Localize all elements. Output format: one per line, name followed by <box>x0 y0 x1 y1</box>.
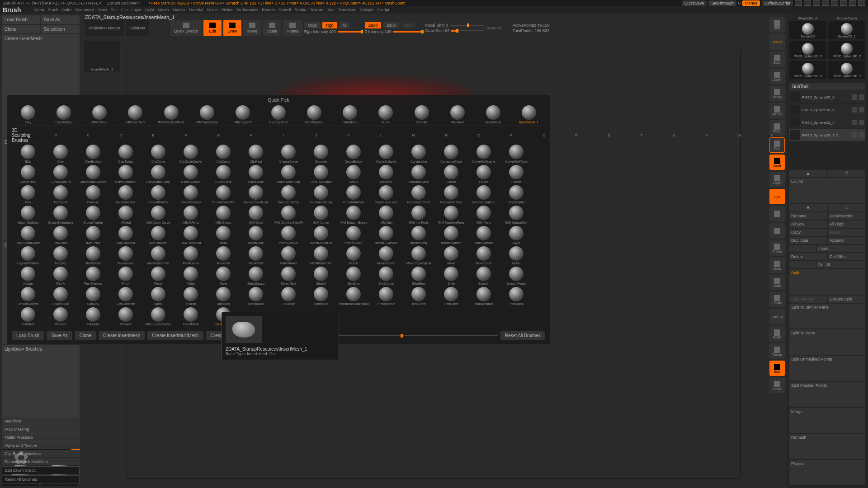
brush-cell[interactable]: TrimLasso <box>500 287 533 305</box>
brush-cell[interactable]: Dam_Standard <box>305 165 337 183</box>
floor-button[interactable]: Floor <box>769 137 785 153</box>
brush-cell[interactable]: ZModeler <box>77 307 109 326</box>
brush-cell[interactable]: InsertCylinder <box>272 226 305 244</box>
brush-cell[interactable]: IMM Parts <box>467 206 500 224</box>
brush-cell[interactable]: SliceCirc <box>337 267 370 285</box>
brush-cell[interactable]: CurveTubeSnap <box>272 165 305 183</box>
brush-cell[interactable]: GroomHairLong <box>370 185 402 204</box>
brush-cell[interactable]: GroomHairShort <box>402 185 435 204</box>
quickpick-brush[interactable]: IMM MachineParts <box>155 105 188 124</box>
brush-cell[interactable]: MaskLasso <box>175 246 207 265</box>
vis-toggle[interactable] <box>859 94 864 100</box>
tool-thumb[interactable]: PM3D_Sphere3D_6 <box>789 61 826 79</box>
brush-cell[interactable]: Pen A <box>44 267 77 285</box>
scale-button[interactable]: Scale <box>263 20 281 36</box>
clone-button[interactable]: Clone <box>2 25 40 33</box>
alpha-letter[interactable]: P <box>495 133 528 137</box>
minimize-button[interactable] <box>840 0 847 6</box>
brush-cell[interactable]: ClayBuildup <box>77 145 109 163</box>
brush-cell[interactable]: CurveQuadFill <box>44 165 77 183</box>
window-button-2[interactable] <box>804 0 811 6</box>
vis-toggle[interactable] <box>852 120 857 125</box>
brush-cell[interactable]: MeshInsert Dot <box>305 246 337 265</box>
dynamic-label[interactable]: Dynamic <box>486 26 502 30</box>
brush-cell[interactable]: Displace <box>370 165 402 183</box>
brush-cell[interactable]: IMM SteamGears <box>12 226 44 244</box>
zadd-button[interactable]: Zadd <box>365 22 382 28</box>
solo-button[interactable]: Solo <box>769 361 785 376</box>
quickpick-brush[interactable]: MaskPen <box>334 105 366 124</box>
brush-cell[interactable]: Flatten <box>500 165 533 183</box>
window-button-4[interactable] <box>822 0 829 6</box>
lightbox-button[interactable]: LightBox <box>126 20 149 36</box>
alpha-letter[interactable]: J <box>300 133 332 137</box>
brush-cell[interactable]: InsertHSphere <box>435 226 467 244</box>
brush-cell[interactable]: IMM Gun <box>370 206 402 224</box>
brush-cell[interactable]: GroomerStrong <box>305 185 337 204</box>
brush-cell[interactable]: CurveLathe <box>402 145 435 163</box>
brush-cell[interactable]: GroomHairBall <box>337 185 370 204</box>
subtool-row[interactable]: PM3D_Sphere3D_6 <box>789 91 865 103</box>
menu-draw[interactable]: Draw <box>98 8 107 12</box>
brush-cell[interactable]: Clay <box>44 145 77 163</box>
footer-load-brush[interactable]: Load Brush <box>12 331 44 340</box>
footer-clone[interactable]: Clone <box>75 331 96 340</box>
brush-cell[interactable]: SelectRect <box>272 267 305 285</box>
append-button[interactable]: Append <box>828 237 865 244</box>
alpha-letter[interactable]: M <box>397 133 430 137</box>
brush-cell[interactable]: SmoothPeaks <box>500 267 533 285</box>
brush-cell[interactable]: IMM ZipperP <box>142 226 175 244</box>
quickpick-brush[interactable]: ClayBuildup <box>47 105 80 124</box>
brush-cell[interactable]: GroomBrush1 <box>142 185 175 204</box>
split-similar-button[interactable]: Split To Similar Parts <box>789 304 865 329</box>
del-all-button[interactable]: Del All <box>816 261 865 268</box>
zcut-button[interactable]: Zcut <box>401 22 416 28</box>
brush-cell[interactable]: Slash3 <box>305 267 337 285</box>
brush-cell[interactable]: CurveSnapSurface <box>77 165 109 183</box>
brush-cell[interactable]: CurveMultiTube <box>500 145 533 163</box>
brush-cell[interactable]: GroomTurbulence <box>44 206 77 224</box>
subtool-row[interactable]: PM3D_Sphere3D_4 <box>789 117 865 128</box>
brush-cell[interactable]: MaskCircle <box>77 246 109 265</box>
alpha-letter[interactable]: L <box>365 133 397 137</box>
rgb-button[interactable]: Rgb <box>322 22 337 28</box>
footer-reset-all[interactable]: Reset All Brushes <box>500 331 545 340</box>
menu-color[interactable]: Color <box>62 8 72 12</box>
brush-cell[interactable]: DisplaceCurve <box>402 165 435 183</box>
acc-reset-all[interactable]: Reset All Brushes <box>2 475 80 483</box>
brush-cell[interactable]: Move Elastic <box>370 246 402 265</box>
rotate-nav-button[interactable]: Rotate <box>769 292 785 307</box>
brush-cell[interactable]: Inflat <box>207 226 240 244</box>
brush-cell[interactable]: InsertHRing <box>402 226 435 244</box>
brush-cell[interactable]: CurvePinch <box>12 165 44 183</box>
quickpick-brush[interactable]: IMM Ind Parts <box>119 105 151 124</box>
alpha-letter[interactable]: Y <box>788 133 821 137</box>
move-nav-button[interactable]: Move <box>769 258 785 273</box>
list-all-button[interactable]: List All <box>789 178 865 203</box>
brush-cell[interactable]: MaskCurvePen <box>142 246 175 265</box>
brush-cell[interactable]: TrimCircle <box>402 287 435 305</box>
menu-picker[interactable]: Picker <box>222 8 233 12</box>
move-top-button[interactable]: ⤒ <box>828 170 865 177</box>
footer-save-as[interactable]: Save As <box>47 331 72 340</box>
brush-cell[interactable]: Noise <box>500 246 533 265</box>
quickpick-brush[interactable]: IMM Curve <box>83 105 116 124</box>
acc-auto-masking[interactable]: Auto Masking <box>2 426 80 433</box>
select-icon-button[interactable]: SelectIcon <box>41 25 80 33</box>
brush-cell[interactable]: CurveStrapSnap <box>142 165 175 183</box>
brush-cell[interactable]: GroomHairToss <box>435 185 467 204</box>
brush-cell[interactable]: IMM Ind Parts <box>402 206 435 224</box>
brush-cell[interactable]: MatchMaker <box>272 246 305 265</box>
menu-document[interactable]: Document <box>75 8 94 12</box>
brush-cell[interactable]: IMM Bricks <box>207 206 240 224</box>
move-up-button[interactable]: ▲ <box>789 170 827 177</box>
focal-shift-slider[interactable]: Focal Shift 0 <box>425 23 484 28</box>
menu-light[interactable]: Light <box>145 8 154 12</box>
project-header[interactable]: Project <box>789 460 865 485</box>
brush-cell[interactable]: SnakeHook <box>44 287 77 305</box>
quickpick-brush[interactable]: Move <box>369 105 402 124</box>
brush-cell[interactable]: IMM Clod <box>240 206 272 224</box>
brush-cell[interactable]: Transpose <box>305 287 337 305</box>
split-header[interactable]: Split <box>789 269 865 295</box>
brush-cell[interactable]: GroomColorTip <box>272 185 305 204</box>
